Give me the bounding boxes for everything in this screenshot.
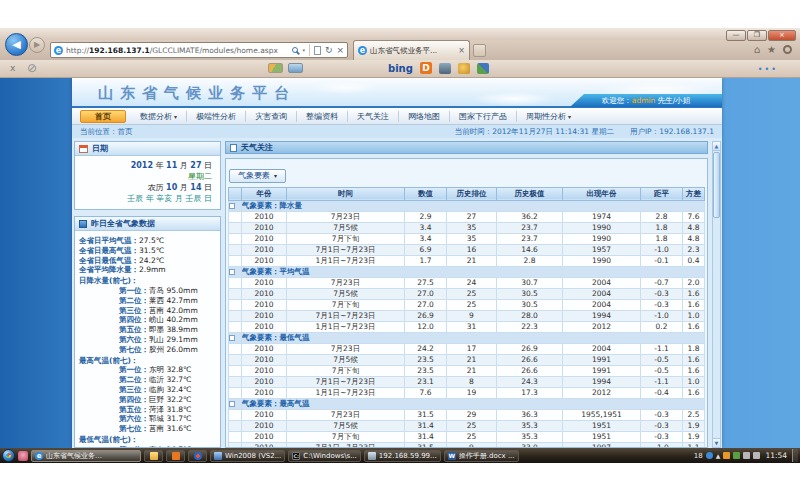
- gear-icon[interactable]: [783, 45, 792, 54]
- bing-logo[interactable]: bing: [388, 63, 413, 74]
- volume-icon[interactable]: [753, 452, 760, 459]
- bing-toolbar: bing D: [388, 62, 489, 74]
- table-row[interactable]: 20101月1日~7月23日12.03122.320120.21.6: [229, 321, 705, 332]
- bing-d-icon[interactable]: D: [420, 62, 432, 74]
- lunar-date: 农历 10 月 14 日: [83, 182, 212, 193]
- taskbar-button-media-player[interactable]: [188, 450, 207, 462]
- table-row[interactable]: 20107月23日2.92736.219742.87.6: [229, 211, 705, 222]
- postcard-icon[interactable]: [268, 63, 283, 73]
- sparkle-icon[interactable]: [458, 63, 470, 74]
- nav-item-data-analysis[interactable]: 数据分析▾: [131, 111, 186, 122]
- taskbar-button-ie-climate[interactable]: e山东省气候业务平...: [31, 450, 141, 462]
- weather-table: 年份时间数值历史排位历史极值出现年份距平方差 气象要素：降水量20107月23日…: [228, 187, 705, 449]
- nav-item-compiled-data[interactable]: 整编资料: [296, 111, 347, 122]
- table-row[interactable]: 20107月23日27.52430.72004-0.72.0: [229, 277, 705, 288]
- browser-tab[interactable]: e 山东省气候业务平... ×: [353, 40, 470, 60]
- nav-item-extreme-analysis[interactable]: 极端性分析: [186, 111, 245, 122]
- rank-row: 第一位：青岛 95.0mm: [79, 286, 216, 296]
- table-row[interactable]: 20101月1日~7月23日7.61917.32012-0.41.6: [229, 387, 705, 398]
- taskbar-button-word-doc[interactable]: W操作手册.docx ...: [444, 450, 519, 462]
- table-row[interactable]: 20107月5候31.42535.31951-0.31.9: [229, 420, 705, 431]
- show-desktop-button[interactable]: [792, 449, 798, 462]
- scrollbar-thumb[interactable]: [713, 152, 720, 218]
- stop-icon[interactable]: ×: [336, 45, 344, 55]
- start-button[interactable]: [2, 449, 15, 462]
- table-row[interactable]: 20107月下旬31.42535.31951-0.31.9: [229, 431, 705, 442]
- table-row[interactable]: 20107月5候23.52126.61991-0.51.6: [229, 354, 705, 365]
- table-row[interactable]: 20107月下旬23.52126.61991-0.51.6: [229, 365, 705, 376]
- taskbar-button-win2008[interactable]: Win2008 (VS2...: [210, 450, 285, 462]
- minimize-button[interactable]: —: [726, 30, 746, 41]
- taskbar-button-cmd[interactable]: C:C:\Windows\s...: [288, 450, 361, 462]
- table-row[interactable]: 20107月5候3.43523.719901.84.8: [229, 222, 705, 233]
- tab-title: 山东省气候业务平...: [370, 46, 455, 56]
- update-icon[interactable]: [723, 452, 730, 459]
- table-cell: 2010: [242, 310, 287, 321]
- taskbar-button-remote[interactable]: 192.168.59.99...: [364, 450, 441, 462]
- network-icon[interactable]: [743, 452, 750, 459]
- table-group-row[interactable]: 气象要素：降水量: [229, 200, 705, 211]
- overflow-dots-icon[interactable]: •••: [758, 65, 778, 74]
- tray-expand-icon[interactable]: ▲: [716, 452, 721, 459]
- table-row[interactable]: 20107月1日~7月23日23.1824.31994-1.11.0: [229, 376, 705, 387]
- sidebar-close-button[interactable]: x: [10, 63, 15, 73]
- table-cell: 31.4: [405, 431, 447, 442]
- mail-icon[interactable]: [288, 63, 303, 73]
- antivirus-icon[interactable]: [733, 452, 740, 459]
- new-tab-button[interactable]: [473, 44, 486, 57]
- nav-item-national-products[interactable]: 国家下行产品: [449, 111, 516, 122]
- table-group-row[interactable]: 气象要素：平均气温: [229, 266, 705, 277]
- search-dropdown-icon[interactable]: ▾: [302, 47, 305, 53]
- scroll-down-icon[interactable]: ▼: [713, 438, 720, 447]
- table-row[interactable]: 20107月下旬27.02530.52004-0.31.6: [229, 299, 705, 310]
- nav-item-home[interactable]: 首页: [80, 110, 126, 123]
- ime-icon[interactable]: [706, 452, 713, 459]
- element-filter-button[interactable]: 气象要素 ▾: [229, 169, 286, 183]
- camera-icon[interactable]: [439, 63, 451, 74]
- compatibility-view-icon[interactable]: [314, 46, 321, 55]
- back-button[interactable]: ◀: [5, 33, 28, 56]
- close-button[interactable]: ×: [768, 30, 796, 41]
- checkbox[interactable]: [229, 203, 235, 209]
- maximize-button[interactable]: ❐: [747, 30, 767, 41]
- forward-button[interactable]: ▶: [29, 37, 45, 53]
- table-cell: 2010: [242, 409, 287, 420]
- checkbox[interactable]: [229, 401, 235, 407]
- table-row[interactable]: 20107月下旬3.43523.719901.84.8: [229, 233, 705, 244]
- table-row[interactable]: 20107月1日~7月23日26.9928.01994-1.01.0: [229, 310, 705, 321]
- share-icon[interactable]: [477, 63, 489, 74]
- pinned-app-icon[interactable]: [18, 451, 28, 461]
- checkbox[interactable]: [229, 269, 235, 275]
- taskbar-button-explorer[interactable]: [144, 450, 163, 462]
- table-cell: 8: [447, 376, 497, 387]
- checkbox[interactable]: [229, 335, 235, 341]
- nav-item-network-map[interactable]: 网络地图: [398, 111, 449, 122]
- stat-label: 全省平均降水量：: [79, 265, 139, 274]
- nav-item-periodic-analysis[interactable]: 周期性分析▾: [516, 111, 580, 122]
- favorites-star-icon[interactable]: ★: [767, 44, 776, 56]
- nav-item-weather-focus[interactable]: 天气关注: [347, 111, 398, 122]
- table-group-row[interactable]: 气象要素：最高气温: [229, 398, 705, 409]
- table-row[interactable]: 20107月23日31.52936.31955,1951-0.32.5: [229, 409, 705, 420]
- taskbar-clock[interactable]: 11:54: [763, 451, 789, 460]
- table-row[interactable]: 20107月23日24.21726.92004-1.11.8: [229, 343, 705, 354]
- rank-value: 胶州 26.0mm: [149, 345, 198, 354]
- tab-close-icon[interactable]: ×: [458, 46, 465, 55]
- taskbar-button-app-orange[interactable]: [166, 450, 185, 462]
- refresh-icon[interactable]: ↻: [325, 45, 333, 55]
- table-cell: 1.0: [683, 376, 705, 387]
- table-row[interactable]: 20101月1日~7月23日1.7212.81990-0.10.4: [229, 255, 705, 266]
- nav-item-disaster-query[interactable]: 灾害查询: [245, 111, 296, 122]
- home-icon[interactable]: ⌂: [754, 44, 760, 56]
- address-bar[interactable]: e http://192.168.137.1/GLCCLIMATE/module…: [50, 42, 348, 58]
- vertical-scrollbar[interactable]: ▲ ▼: [712, 141, 721, 448]
- table-row[interactable]: 20107月5候27.02530.52004-0.31.6: [229, 288, 705, 299]
- table-row[interactable]: 20107月1日~7月23日6.91614.61957-1.02.3: [229, 244, 705, 255]
- table-cell: 7月1日~7月23日: [287, 244, 405, 255]
- search-icon[interactable]: [292, 47, 298, 53]
- scroll-up-icon[interactable]: ▲: [713, 142, 720, 151]
- weather-focus-panel: 气象要素 ▾ 年份时间数值历史排位历史极值出现年份距平方差 气象要素：降水量20…: [225, 158, 708, 448]
- table-group-row[interactable]: 气象要素：最低气温: [229, 332, 705, 343]
- table-cell: -1.1: [641, 343, 683, 354]
- notification-icons: [268, 63, 303, 73]
